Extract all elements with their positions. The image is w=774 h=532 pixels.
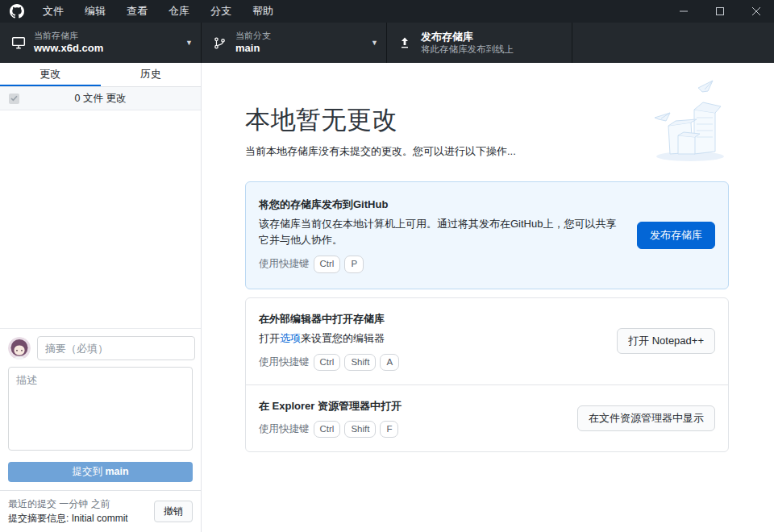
chevron-down-icon: ▼	[371, 39, 378, 47]
publish-toolbar-title: 发布存储库	[421, 31, 564, 44]
commit-form: 提交到 main	[0, 328, 201, 490]
github-desktop-window: 文件 编辑 查看 仓库 分支 帮助 当前存储库 www.x6d.com ▼	[0, 0, 774, 532]
current-branch-button[interactable]: 当前分支 main ▼	[202, 23, 387, 63]
key-ctrl: Ctrl	[314, 354, 341, 371]
branch-name: main	[235, 42, 366, 55]
recent-commit-bar: 最近的提交 一分钟 之前 提交摘要信息: Initial commit 撤销	[0, 490, 201, 532]
tab-history[interactable]: 历史	[101, 63, 202, 86]
key-shift: Shift	[344, 421, 376, 438]
open-editor-title: 在外部编辑器中打开存储库	[259, 312, 602, 326]
title-bar: 文件 编辑 查看 仓库 分支 帮助	[0, 0, 774, 23]
open-explorer-button[interactable]: 在文件资源管理器中显示	[577, 405, 715, 431]
minimize-button[interactable]	[665, 0, 701, 23]
repo-name: www.x6d.com	[34, 42, 181, 55]
open-explorer-shortcut: 使用快捷键 Ctrl Shift F	[259, 421, 563, 438]
upload-icon	[398, 35, 413, 50]
menu-file[interactable]: 文件	[32, 0, 74, 23]
toolbar: 当前存储库 www.x6d.com ▼ 当前分支 main ▼ 发布存储库 将此…	[0, 23, 774, 63]
key-a: A	[380, 354, 399, 371]
publish-card-body: 该存储库当前仅在本地计算机上可用。通过将其发布在GitHub上，您可以共享它并与…	[259, 216, 622, 248]
key-ctrl: Ctrl	[314, 421, 341, 438]
publish-repository-button[interactable]: 发布存储库	[637, 222, 715, 249]
open-editor-row: 在外部编辑器中打开存储库 打开选项来设置您的编辑器 使用快捷键 Ctrl Shi…	[246, 298, 728, 384]
publish-card: 将您的存储库发布到GitHub 该存储库当前仅在本地计算机上可用。通过将其发布在…	[245, 181, 729, 289]
tab-changes[interactable]: 更改	[0, 63, 101, 86]
key-p: P	[344, 256, 364, 272]
open-explorer-title: 在 Explorer 资源管理器中打开	[259, 399, 563, 414]
menu-edit[interactable]: 编辑	[74, 0, 116, 23]
publish-repository-toolbar-button[interactable]: 发布存储库 将此存储库发布到线上	[387, 23, 572, 63]
commit-button[interactable]: 提交到 main	[8, 462, 193, 482]
undo-button[interactable]: 撤销	[154, 501, 193, 522]
key-shift: Shift	[344, 354, 376, 371]
avatar	[8, 337, 31, 360]
github-logo-icon	[10, 4, 24, 19]
menu-help[interactable]: 帮助	[242, 0, 284, 23]
changes-list-empty-area	[0, 110, 201, 328]
open-explorer-row: 在 Explorer 资源管理器中打开 使用快捷键 Ctrl Shift F 在…	[246, 385, 728, 451]
publish-toolbar-subtitle: 将此存储库发布到线上	[421, 44, 564, 55]
files-summary-row: 0 文件 更改	[0, 87, 201, 110]
window-controls	[665, 0, 774, 23]
publish-card-shortcut: 使用快捷键 Ctrl P	[259, 256, 622, 272]
maximize-button[interactable]	[701, 0, 738, 23]
menu-branch[interactable]: 分支	[200, 0, 242, 23]
open-editor-shortcut: 使用快捷键 Ctrl Shift A	[259, 354, 602, 371]
git-branch-icon	[213, 35, 227, 50]
close-button[interactable]	[738, 0, 774, 23]
menu-view[interactable]: 查看	[116, 0, 158, 23]
actions-card: 在外部编辑器中打开存储库 打开选项来设置您的编辑器 使用快捷键 Ctrl Shi…	[245, 297, 729, 453]
key-f: F	[380, 421, 398, 438]
key-ctrl: Ctrl	[314, 256, 341, 272]
commit-description-input[interactable]	[8, 367, 193, 451]
branch-label: 当前分支	[235, 31, 366, 42]
sidebar: 更改 历史 0 文件 更改	[0, 63, 202, 532]
menu-repository[interactable]: 仓库	[158, 0, 200, 23]
recent-commit-summary: 提交摘要信息: Initial commit	[8, 511, 128, 526]
chevron-down-icon: ▼	[185, 39, 193, 47]
publish-card-title: 将您的存储库发布到GitHub	[259, 197, 622, 212]
empty-state-illustration	[648, 77, 732, 164]
options-link[interactable]: 选项	[280, 332, 301, 344]
menu-bar: 文件 编辑 查看 仓库 分支 帮助	[32, 0, 284, 23]
monitor-icon	[11, 35, 26, 50]
open-editor-body: 打开选项来设置您的编辑器	[259, 330, 602, 347]
open-editor-button[interactable]: 打开 Notepad++	[617, 328, 715, 354]
recent-commit-time: 最近的提交 一分钟 之前	[8, 497, 128, 511]
commit-summary-input[interactable]	[37, 336, 195, 360]
files-changed-count: 0 文件 更改	[0, 92, 201, 106]
repo-label: 当前存储库	[34, 31, 181, 42]
main-panel: 本地暂无更改 当前本地存储库没有未提交的更改。您可以进行以下操作... 将您的存…	[202, 63, 774, 532]
sidebar-tabs: 更改 历史	[0, 63, 201, 87]
current-repository-button[interactable]: 当前存储库 www.x6d.com ▼	[0, 23, 202, 63]
